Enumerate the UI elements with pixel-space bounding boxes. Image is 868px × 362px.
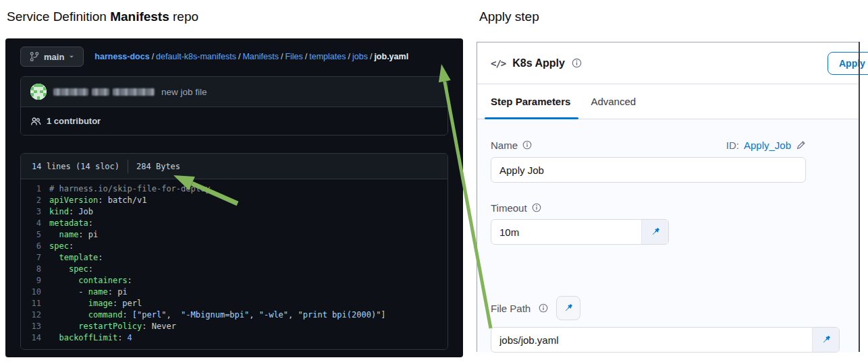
people-icon <box>30 116 41 127</box>
file-path-label: File Path <box>491 303 531 314</box>
left-figure-title: Service Definition Manifests repo <box>7 9 198 24</box>
line-number[interactable]: 1 <box>21 183 41 195</box>
step-panel-header: </> K8s Apply Apply <box>477 42 859 84</box>
code-line: 4metadata: <box>21 218 447 229</box>
code-line: 5 name: pi <box>21 229 447 241</box>
line-number[interactable]: 6 <box>21 241 41 252</box>
timeout-input-group <box>491 219 669 245</box>
code-line: 1# harness.io/skip-file-for-deploy <box>21 183 447 195</box>
file-info-bar: 14 lines (14 sloc) 284 Bytes <box>21 154 447 179</box>
tab-advanced[interactable]: Advanced <box>591 96 636 107</box>
info-icon[interactable] <box>532 203 541 212</box>
file-path-field-pin-button[interactable] <box>812 328 839 352</box>
code-line: 6spec: <box>21 241 447 252</box>
step-title: K8s Apply <box>512 57 565 69</box>
timeout-input[interactable] <box>491 220 641 244</box>
breadcrumb-separator: / <box>238 52 240 61</box>
file-info-divider <box>128 160 128 173</box>
line-number[interactable]: 14 <box>21 332 41 344</box>
screenshot-stage: Service Definition Manifests repo Apply … <box>0 0 868 362</box>
code-line: 2apiVersion: batch/v1 <box>21 195 447 206</box>
code-line: 8 spec: <box>21 264 447 275</box>
code-line: 12 command: ["perl", "-Mbignum=bpi", "-w… <box>21 309 447 321</box>
contributors-link[interactable]: 1 contributor <box>21 107 447 135</box>
breadcrumb-current-file: job.yaml <box>374 52 408 61</box>
code-line: 13 restartPolicy: Never <box>21 321 447 332</box>
step-id-link[interactable]: Apply_Job <box>744 140 791 151</box>
breadcrumb-separator: / <box>152 52 154 61</box>
code-line: 10 - name: pi <box>21 286 447 298</box>
line-number[interactable]: 12 <box>21 309 41 321</box>
file-path-pin-button[interactable] <box>556 296 580 320</box>
file-content-box: 14 lines (14 sloc) 284 Bytes 1# harness.… <box>20 153 448 350</box>
commit-message[interactable]: new job file <box>161 87 207 97</box>
breadcrumb-segment-link[interactable]: Manifests <box>242 52 279 61</box>
apply-changes-button[interactable]: Apply <box>828 52 868 75</box>
avatar[interactable] <box>30 84 47 100</box>
line-number[interactable]: 9 <box>21 275 41 286</box>
code-lines: 1# harness.io/skip-file-for-deploy2apiVe… <box>21 179 447 349</box>
tab-step-parameters[interactable]: Step Parameters <box>491 96 570 107</box>
file-size-info: 284 Bytes <box>136 162 180 171</box>
breadcrumb: harness-docs/default-k8s-manifests/Manif… <box>94 52 408 61</box>
branch-selector-button[interactable]: main <box>20 47 84 67</box>
breadcrumb-separator: / <box>281 52 283 61</box>
github-file-panel: main harness-docs/default-k8s-manifests/… <box>5 38 463 357</box>
step-parameters-form: Name ID: Apply_Job <box>477 119 859 353</box>
line-number[interactable]: 3 <box>21 206 41 218</box>
breadcrumb-segment-link[interactable]: default-k8s-manifests <box>156 52 236 61</box>
file-path-input[interactable] <box>491 328 812 352</box>
chevron-down-icon <box>68 53 75 60</box>
name-input[interactable] <box>491 157 806 183</box>
right-figure-title: Apply step <box>479 9 539 24</box>
git-branch-icon <box>29 51 40 62</box>
breadcrumb-repo-link[interactable]: harness-docs <box>94 52 149 61</box>
line-number[interactable]: 4 <box>21 218 41 229</box>
breadcrumb-segment-link[interactable]: templates <box>309 52 346 61</box>
name-label-row: Name ID: Apply_Job <box>491 137 806 153</box>
line-number[interactable]: 8 <box>21 264 41 275</box>
breadcrumb-separator: / <box>348 52 350 61</box>
info-icon[interactable] <box>539 303 548 313</box>
info-icon[interactable] <box>572 58 582 68</box>
line-number[interactable]: 13 <box>21 321 41 332</box>
line-number[interactable]: 10 <box>21 286 41 298</box>
latest-commit-row: new job file <box>21 77 447 107</box>
id-label: ID: <box>726 140 739 151</box>
code-line: 7 template: <box>21 252 447 264</box>
left-title-highlight: Manifests <box>110 9 169 24</box>
left-title-suffix: repo <box>169 9 198 24</box>
breadcrumb-separator: / <box>305 52 307 61</box>
timeout-label-row: Timeout <box>491 200 845 215</box>
code-line: 9 containers: <box>21 275 447 286</box>
code-line: 3kind: Job <box>21 206 447 218</box>
step-tabs: Step Parameters Advanced <box>477 84 859 119</box>
info-icon[interactable] <box>522 140 532 150</box>
breadcrumb-segment-link[interactable]: jobs <box>352 52 368 61</box>
left-title-prefix: Service Definition <box>7 9 110 24</box>
code-line: 11 image: perl <box>21 298 447 309</box>
timeout-pin-button[interactable] <box>641 220 668 244</box>
breadcrumb-segment-link[interactable]: Files <box>285 52 302 61</box>
file-path-input-group <box>491 327 840 353</box>
code-step-icon: </> <box>491 58 506 69</box>
pin-icon <box>650 227 661 237</box>
pin-icon <box>821 334 832 345</box>
github-file-header: main harness-docs/default-k8s-manifests/… <box>20 45 448 68</box>
line-number[interactable]: 11 <box>21 298 41 309</box>
timeout-label: Timeout <box>491 202 527 214</box>
file-path-label-row: File Path <box>491 296 845 320</box>
edit-pencil-icon[interactable] <box>796 140 806 150</box>
code-line: 14 backoffLimit: 4 <box>21 332 447 344</box>
contributors-label: 1 contributor <box>47 116 101 126</box>
line-number[interactable]: 7 <box>21 252 41 264</box>
commit-author-redacted <box>53 88 155 96</box>
line-number[interactable]: 2 <box>21 195 41 206</box>
pin-icon <box>563 303 574 313</box>
line-number[interactable]: 5 <box>21 229 41 241</box>
breadcrumb-separator: / <box>370 52 372 61</box>
latest-commit-box: new job file 1 contributor <box>20 76 448 135</box>
branch-name-label: main <box>44 52 64 62</box>
name-label: Name <box>491 140 518 151</box>
k8s-apply-step-panel: </> K8s Apply Apply Step Parameters Adva… <box>477 42 859 352</box>
